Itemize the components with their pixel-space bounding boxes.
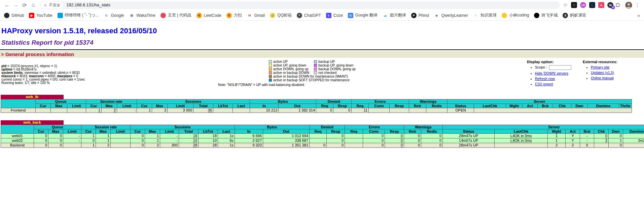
web_back-web01-dresp: 0 bbox=[327, 134, 345, 138]
display-option-link[interactable]: Refresh now bbox=[535, 77, 555, 81]
blue-panel-extension-icon[interactable]: ▪ bbox=[589, 2, 595, 8]
bookmark-item[interactable]: PPhind bbox=[411, 13, 429, 18]
web_back-web01-slimit: - bbox=[160, 134, 179, 138]
web_back-web01-stot: 18 bbox=[179, 134, 199, 138]
legend-swatch bbox=[314, 60, 317, 63]
col-header-thrtle: Thrtle bbox=[619, 104, 632, 108]
security-chip[interactable]: ⚠ 不安全 bbox=[41, 2, 63, 8]
legend-swatch bbox=[314, 68, 317, 71]
web_back-backend-smax: 2 bbox=[145, 143, 160, 148]
web_back-web02-stot: 10 bbox=[179, 138, 199, 143]
display-option-item: Refresh now bbox=[535, 77, 581, 81]
web_back-web01-last: 1s bbox=[218, 134, 235, 138]
tooltip-value: 2 bbox=[114, 108, 116, 113]
legend-swatch bbox=[314, 71, 317, 74]
bookmarks-overflow-icon[interactable]: » bbox=[637, 13, 640, 18]
web_back-web02-qmax: 0 bbox=[48, 138, 63, 143]
web_back-backend-eresp: 0 bbox=[385, 143, 404, 148]
lr-extension-icon[interactable]: LR bbox=[580, 2, 586, 8]
bookmark-label: Gmail bbox=[254, 13, 265, 18]
bookmark-item[interactable]: ☁图片翻译 bbox=[383, 12, 406, 18]
legend-label: active UP bbox=[273, 60, 288, 64]
external-resource-link[interactable]: Online manual bbox=[591, 76, 614, 80]
legend-swatch bbox=[269, 71, 272, 74]
tooltip-value: L4OK in 0ms bbox=[510, 134, 532, 138]
bookmark-item[interactable]: 小林coding bbox=[502, 12, 529, 18]
web_back-web01-bck: - bbox=[580, 134, 594, 138]
bookmark-item[interactable]: cCoze bbox=[326, 13, 343, 18]
web_back-web01-scur: 0 bbox=[131, 134, 145, 138]
bookmark-item[interactable]: ○知识星球 bbox=[473, 12, 497, 18]
col-header-dresp: Resp bbox=[327, 129, 345, 134]
bookmark-item[interactable]: GitHub bbox=[4, 13, 24, 18]
col-header-dwntme: Dwntme bbox=[623, 129, 644, 134]
bookmark-item[interactable]: ◷WakaTime bbox=[129, 13, 155, 18]
reload-icon[interactable]: ⟳ bbox=[20, 1, 29, 9]
bookmark-item[interactable]: ◆QwertyLearner bbox=[434, 13, 468, 18]
web_back-web01-dreq bbox=[310, 134, 327, 138]
side-panel-extension-icon[interactable]: □ bbox=[571, 2, 577, 8]
display-option-link[interactable]: Hide 'DOWN' servers bbox=[535, 71, 568, 75]
bookmark-star-icon[interactable]: ☆ bbox=[563, 2, 568, 8]
profile-avatar[interactable] bbox=[625, 2, 632, 9]
row-label: Frontend bbox=[1, 108, 36, 113]
browser-menu-icon[interactable]: ⋮ bbox=[635, 2, 640, 8]
legend-item: active DOWN, going up bbox=[269, 67, 309, 71]
web_back-backend-rmax: 2 bbox=[96, 143, 111, 148]
address-bar[interactable]: ⚠ 不安全 192.168.6.131/ha_stats bbox=[40, 1, 560, 9]
web_back-web02-status: 14m57s UP bbox=[443, 138, 495, 143]
web_back-web02-last: 6s bbox=[218, 138, 235, 143]
web_back-web01-wredis: 0 bbox=[421, 134, 443, 138]
translate-extension-icon[interactable]: A bbox=[598, 2, 604, 8]
bookmark-favicon: ᐸ bbox=[196, 13, 202, 18]
bookmark-item[interactable]: MGmail bbox=[247, 13, 265, 18]
corner-cell bbox=[1, 99, 36, 108]
tooltip-value: L4OK in 0ms bbox=[510, 138, 532, 143]
web_back-backend-wretr: 0 bbox=[404, 143, 421, 148]
external-resource-link[interactable]: Primary site bbox=[591, 65, 609, 69]
extensions-puzzle-icon[interactable] bbox=[615, 2, 621, 8]
home-icon[interactable]: ⌂ bbox=[29, 1, 38, 9]
bookmark-label: 力扣 bbox=[234, 12, 242, 18]
display-option-title: Display option: bbox=[527, 60, 553, 64]
bookmark-favicon: G bbox=[348, 13, 353, 18]
forward-icon[interactable]: → bbox=[11, 1, 20, 9]
bookmark-item[interactable]: S蚂蚁课堂 bbox=[563, 12, 586, 18]
bookmark-item[interactable]: ᐸ力扣 bbox=[226, 12, 242, 18]
scope-input[interactable] bbox=[549, 65, 571, 70]
back-icon[interactable]: ← bbox=[3, 1, 11, 9]
bookmark-favicon: * bbox=[297, 13, 302, 18]
bookmark-item[interactable]: ᐸLeetCode bbox=[196, 13, 221, 18]
bookmarks-list: GitHub▶YouTube哔哩哔哩 ( ˚- ˚)つ...GGoogle◷Wa… bbox=[4, 12, 586, 18]
col-header-bout: Out bbox=[263, 129, 310, 134]
bookmark-item[interactable]: 主页 | 代码战 bbox=[160, 12, 191, 18]
bookmark-favicon bbox=[502, 13, 507, 18]
bookmark-item[interactable]: GGoogle 翻译 bbox=[348, 12, 378, 18]
legend-item: not checked bbox=[314, 71, 356, 74]
web_back-web02-act: Y bbox=[566, 138, 580, 143]
bookmark-item[interactable]: GGoogle bbox=[104, 13, 124, 18]
not-secure-warning-icon: ⚠ bbox=[44, 3, 47, 7]
bookmark-item[interactable]: ▶YouTube bbox=[29, 13, 52, 18]
web_lb-frontend-bin: 10 213 bbox=[250, 108, 279, 113]
bookmark-favicon bbox=[534, 13, 539, 18]
web_back-backend-rcur: 1 bbox=[81, 143, 96, 148]
external-resource-link[interactable]: Updates (v1.5) bbox=[591, 71, 614, 75]
legend-label: active or backup DOWN for maintenance (M… bbox=[273, 75, 348, 78]
bookmark-item[interactable]: 哔哩哔哩 ( ˚- ˚)つ... bbox=[58, 12, 99, 18]
external-resources-title: External resources: bbox=[583, 60, 617, 64]
col-header-lastchk: LastChk bbox=[495, 129, 548, 134]
web_back-backend-dwn: 0 bbox=[609, 143, 623, 148]
bookmark-item[interactable]: @QQ邮箱 bbox=[270, 12, 292, 18]
haproxy-version-link[interactable]: HAProxy version 1.5.18, released 2016/05… bbox=[1, 27, 644, 35]
wordpress-extension-icon[interactable]: W6 bbox=[607, 2, 613, 8]
bookmark-item[interactable]: *ChatGPT bbox=[297, 13, 321, 18]
bookmark-label: 哔哩哔哩 ( ˚- ˚)つ... bbox=[65, 12, 99, 18]
legend-item: backup UP bbox=[314, 60, 356, 63]
bookmark-label: 图片翻译 bbox=[390, 12, 406, 18]
group-header-sessions: Sessions bbox=[131, 125, 235, 129]
tables-area: web_lbQueueSession rateSessionsBytesDeni… bbox=[1, 95, 644, 148]
bookmark-item[interactable]: 路飞学城 bbox=[534, 12, 558, 18]
legend-label: not checked bbox=[318, 71, 336, 75]
display-option-link[interactable]: CSV export bbox=[535, 82, 553, 86]
